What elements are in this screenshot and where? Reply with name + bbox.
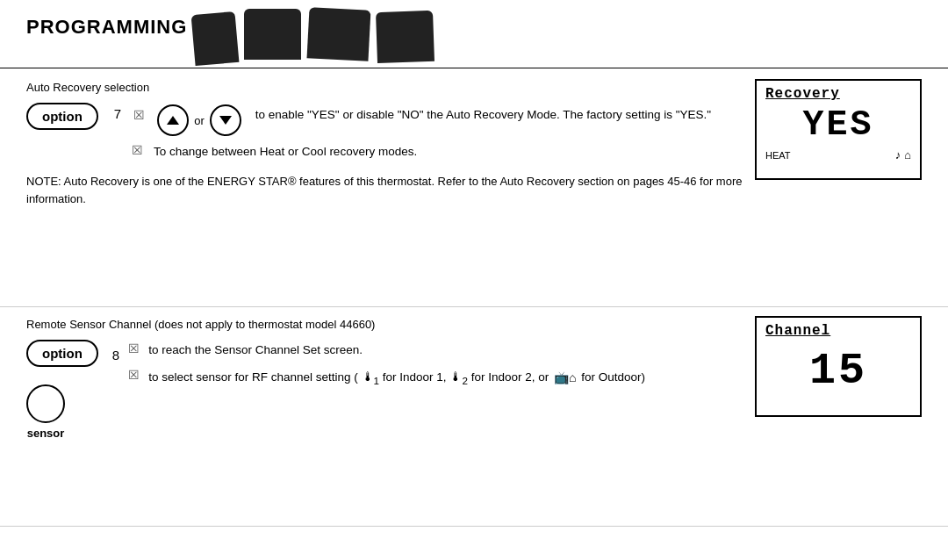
header-tab-2 xyxy=(244,9,301,60)
section-auto-recovery: Auto Recovery selection option 7 ☒ or xyxy=(0,70,948,307)
option-badge-8: option xyxy=(26,340,98,367)
section-remote-sensor: Remote Sensor Channel (does not apply to… xyxy=(0,307,948,527)
header: PROGRAMMING xyxy=(0,0,948,68)
instruction-bullet: To change between Heat or Cool recovery … xyxy=(154,143,417,161)
sensor-icon xyxy=(26,384,65,423)
option-8-row: option 8 xyxy=(26,340,119,367)
indoor1-icon: 🌡1 xyxy=(362,370,379,384)
lcd-icons-right: ♪ ⌂ xyxy=(895,148,911,162)
lcd-recovery-label: Recovery xyxy=(765,86,911,102)
arrow-icons-group: or xyxy=(157,104,241,136)
header-title: PROGRAMMING xyxy=(26,16,187,39)
or-text: or xyxy=(194,114,205,127)
lcd-recovery-bottom: HEAT ♪ ⌂ xyxy=(765,148,911,162)
header-tabs xyxy=(193,9,434,64)
option-badge-label: option xyxy=(42,109,83,124)
instruction-1-text: to reach the Sensor Channel Set screen. xyxy=(148,341,363,359)
checkbox-4: ☒ xyxy=(128,368,140,382)
header-tab-1 xyxy=(191,11,240,66)
lcd-heat-label: HEAT xyxy=(765,150,791,161)
option-number-8: 8 xyxy=(112,348,119,363)
lcd-recovery-box: Recovery YES HEAT ♪ ⌂ xyxy=(755,79,922,180)
sensor-label: sensor xyxy=(27,427,65,440)
option-number-7: 7 xyxy=(114,106,121,121)
instruction2-indoor2: for Indoor 2, or xyxy=(471,370,549,384)
option-badge-8-label: option xyxy=(42,346,83,361)
instruction-2-row: ☒ to select sensor for RF channel settin… xyxy=(128,368,645,388)
header-tab-3 xyxy=(307,7,371,61)
arrow-up-icon[interactable] xyxy=(157,104,189,136)
section2-left-col: option 8 sensor xyxy=(26,340,119,440)
checkbox-1: ☒ xyxy=(133,108,145,122)
svg-marker-1 xyxy=(219,116,232,125)
main-content: Auto Recovery selection option 7 ☒ or xyxy=(0,70,948,560)
instruction2-outdoor: for Outdoor) xyxy=(581,370,645,384)
header-tab-4 xyxy=(376,11,434,63)
checkbox-3: ☒ xyxy=(128,341,140,355)
note-text: NOTE: Auto Recovery is one of the ENERGY… xyxy=(26,173,746,208)
section2-instructions: ☒ to reach the Sensor Channel Set screen… xyxy=(128,341,645,389)
option-badge-7: option xyxy=(26,103,98,130)
section-bottom xyxy=(0,527,948,560)
instruction-2-text: to select sensor for RF channel setting … xyxy=(148,368,645,388)
indoor2-icon: 🌡2 xyxy=(449,370,467,384)
lcd-channel-label: Channel xyxy=(765,323,911,339)
lcd-channel-box: Channel 15 xyxy=(755,316,922,417)
instruction-main: to enable "YES" or disable "NO" the Auto… xyxy=(255,106,711,124)
svg-marker-0 xyxy=(167,116,179,125)
arrow-down-icon[interactable] xyxy=(210,104,241,136)
lcd-recovery-value: YES xyxy=(765,105,911,145)
instruction2-pre: to select sensor for RF channel setting … xyxy=(148,370,358,384)
lcd-channel-value: 15 xyxy=(765,346,911,396)
sensor-col: sensor xyxy=(26,377,65,440)
house-icon: ⌂ xyxy=(904,148,911,162)
checkbox-2: ☒ xyxy=(132,143,143,157)
outdoor-icon: 📺⌂ xyxy=(554,370,576,384)
instruction-1-row: ☒ to reach the Sensor Channel Set screen… xyxy=(128,341,645,359)
music-icon: ♪ xyxy=(895,148,901,162)
instruction2-indoor1: for Indoor 1, xyxy=(383,370,447,384)
page-container: 14 PROGRAMMING Auto Recovery selection o… xyxy=(0,0,948,560)
